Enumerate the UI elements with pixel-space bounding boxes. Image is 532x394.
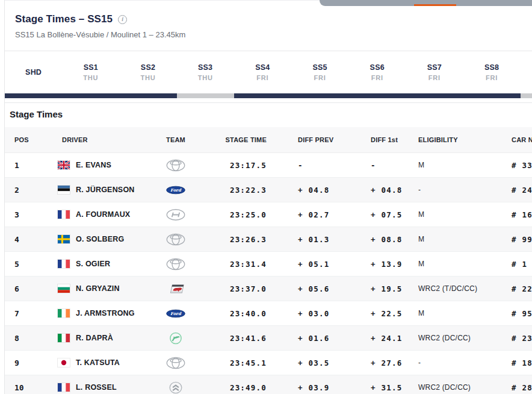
ford-logo-icon: Ford <box>165 307 186 320</box>
stage-progress-segment <box>463 93 521 98</box>
table-row[interactable]: 5S. OGIER23:31.4+ 05.1+ 13.9M# 1 <box>5 252 532 277</box>
diff-first-cell: - <box>328 161 395 170</box>
diff-prev-cell: - <box>267 161 328 170</box>
driver-cell: E. EVANS <box>58 161 164 169</box>
car-number-cell: # 95 <box>512 309 532 318</box>
stage-progress-segment <box>62 93 119 98</box>
tab-shd[interactable]: SHD <box>5 68 62 77</box>
driver-cell: S. OGIER <box>58 260 164 268</box>
driver-name: E. EVANS <box>76 161 111 169</box>
driver-cell: A. FOURMAUX <box>58 210 164 219</box>
car-number-cell: # 24 <box>512 186 532 195</box>
eligibility-cell: M <box>395 210 512 219</box>
table-row[interactable]: 3A. FOURMAUX23:25.0+ 02.7+ 07.5M# 16 <box>5 202 532 227</box>
tab-ss1[interactable]: SS1THU <box>62 63 119 81</box>
col-header-team: TEAM <box>164 136 188 143</box>
driver-name: N. GRYAZIN <box>76 284 120 293</box>
svg-text:Ford: Ford <box>170 187 182 192</box>
eligibility-cell: WRC2 (DC/CC) <box>395 383 512 392</box>
stage-time-cell: 23:37.0 <box>188 284 267 293</box>
diff-first-cell: + 24.1 <box>328 334 395 343</box>
tab-ss8[interactable]: SS8FRI <box>463 63 521 81</box>
table-row[interactable]: 10L. ROSSEL23:49.0+ 03.9+ 31.5WRC2 (DC/C… <box>5 375 532 394</box>
eligibility-cell: M <box>395 161 512 169</box>
stage-progress-segment <box>348 93 406 98</box>
page-title: Stage Times – SS15 <box>15 13 113 25</box>
stage-progress-segment <box>234 93 291 98</box>
position-cell: 5 <box>5 260 58 269</box>
flag-jp-icon <box>58 358 70 367</box>
diff-first-cell: + 22.5 <box>328 309 395 318</box>
eligibility-cell: M <box>395 260 512 268</box>
driver-name: A. FOURMAUX <box>76 210 130 219</box>
driver-name: T. KATSUTA <box>76 358 120 367</box>
position-cell: 8 <box>5 334 58 343</box>
col-header-car_no: CAR No <box>512 136 532 143</box>
stage-time-cell: 23:31.4 <box>188 260 267 269</box>
tab-ss6[interactable]: SS6FRI <box>348 63 406 81</box>
diff-first-cell: + 19.5 <box>328 284 395 293</box>
tab-ss5[interactable]: SS5FRI <box>291 63 348 81</box>
diff-prev-cell: + 02.7 <box>267 210 328 219</box>
tab-ss7[interactable]: SS7FRI <box>406 63 463 81</box>
table-row[interactable]: 7J. ARMSTRONGFord23:40.0+ 03.0+ 22.5M# 9… <box>5 301 532 326</box>
car-number-cell: # 33 <box>512 161 532 170</box>
stage-time-cell: 23:26.3 <box>188 235 267 244</box>
car-number-cell: # 28 <box>512 383 532 392</box>
stage-progress-segment <box>119 93 176 98</box>
table-header-row: POSDRIVERTEAMSTAGE TIMEDIFF PREVDIFF 1st… <box>5 127 532 153</box>
info-icon[interactable]: i <box>118 15 127 24</box>
svg-text:Ford: Ford <box>170 310 182 316</box>
diff-prev-cell: + 05.1 <box>267 260 328 269</box>
driver-cell: R. DAPRÀ <box>58 334 164 342</box>
driver-name: O. SOLBERG <box>76 235 124 243</box>
diff-prev-cell: + 03.5 <box>267 358 328 367</box>
eligibility-cell: M <box>395 235 512 243</box>
stage-progress-segment <box>5 93 62 98</box>
table-row[interactable]: 9T. KATSUTA23:45.1+ 03.5+ 27.6-# 18 <box>5 351 532 375</box>
stage-progress-bar <box>5 93 532 98</box>
table-row[interactable]: 4O. SOLBERG23:26.3+ 01.3+ 08.8M# 99 <box>5 227 532 252</box>
tab-day-label: FRI <box>406 74 463 81</box>
team-cell <box>164 331 188 345</box>
driver-name: J. ARMSTRONG <box>76 309 135 317</box>
diff-first-cell: + 13.9 <box>328 260 395 269</box>
table-row[interactable]: 2R. JÜRGENSONFord23:22.3+ 04.8+ 04.8-# 2… <box>5 178 532 202</box>
table-row[interactable]: 6N. GRYAZIN23:37.0+ 05.6+ 19.5WRC2 (T/DC… <box>5 277 532 301</box>
section-title: Stage Times <box>10 109 532 119</box>
position-cell: 3 <box>5 210 58 219</box>
top-nav-strip <box>320 0 532 6</box>
tab-label: SS6 <box>348 63 406 72</box>
tab-ss2[interactable]: SS2THU <box>119 63 176 81</box>
tab-label: SS1 <box>62 63 119 72</box>
flag-gb-icon <box>58 161 70 169</box>
flag-se-icon <box>58 235 70 243</box>
team-cell <box>164 356 188 369</box>
col-header-stage_time: STAGE TIME <box>188 136 267 143</box>
col-header-pos: POS <box>5 136 58 143</box>
diff-prev-cell: + 01.6 <box>267 334 328 343</box>
tab-ss3[interactable]: SS3THU <box>177 63 234 81</box>
col-header-driver: DRIVER <box>58 136 164 143</box>
table-row[interactable]: 1E. EVANS23:17.5--M# 33 <box>5 153 532 178</box>
team-cell <box>164 282 188 295</box>
tab-label: SS7 <box>406 63 463 72</box>
position-cell: 9 <box>5 358 58 367</box>
diff-first-cell: + 27.6 <box>328 358 395 367</box>
driver-cell: L. ROSSEL <box>58 383 164 392</box>
stage-progress-segment <box>406 93 463 98</box>
eligibility-cell: - <box>395 186 512 194</box>
tab-day-label: FRI <box>291 74 348 81</box>
tab-ss4[interactable]: SS4FRI <box>234 63 291 81</box>
tab-label: SS8 <box>463 63 521 72</box>
tab-day-label: FRI <box>348 74 406 81</box>
eligibility-cell: M <box>395 309 512 317</box>
tab-day-label: FRI <box>463 74 521 81</box>
flag-fr-icon <box>58 210 70 219</box>
stage-time-cell: 23:41.6 <box>188 334 267 343</box>
stage-time-cell: 23:25.0 <box>188 210 267 219</box>
diff-first-cell: + 31.5 <box>328 383 395 392</box>
stage-time-cell: 23:45.1 <box>188 358 267 367</box>
position-cell: 1 <box>5 161 58 170</box>
table-row[interactable]: 8R. DAPRÀ23:41.6+ 01.6+ 24.1WRC2 (DC/CC)… <box>5 326 532 351</box>
